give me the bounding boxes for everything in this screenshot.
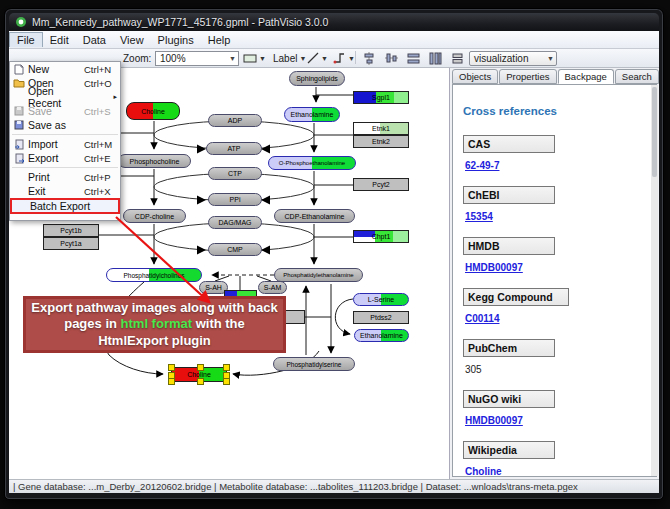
stack-button[interactable] <box>449 51 466 65</box>
node-phosphatidylcholines[interactable]: Phosphatidylcholines <box>106 268 202 282</box>
align-horizontal-center-button[interactable] <box>361 51 378 65</box>
menu-item-print[interactable]: Print Ctrl+P <box>10 170 120 184</box>
node-cdp-choline[interactable]: CDP-choline <box>123 209 186 223</box>
selection-handle[interactable] <box>168 364 175 371</box>
menu-item-batch-export[interactable]: Batch Export <box>10 198 120 214</box>
menu-separator <box>12 167 118 168</box>
node-etnk1[interactable]: Etnk1 <box>353 122 409 135</box>
node-sam[interactable]: S-AM <box>258 281 287 294</box>
node-pcyt2[interactable]: Pcyt2 <box>353 178 409 191</box>
menu-item-save-as[interactable]: Save as <box>10 118 120 132</box>
node-ethanolamine-2[interactable]: Ethanolamine <box>354 329 409 342</box>
distribute-vertical-button[interactable] <box>427 51 444 65</box>
menu-item-shortcut: Ctrl+S <box>84 106 120 117</box>
node-ppi[interactable]: PPi <box>208 193 262 206</box>
toolbar-separator <box>355 51 356 64</box>
node-phosphatidylethanolamine[interactable]: Phosphatidylethanolamine <box>274 268 363 282</box>
node-pcyt1a[interactable]: Pcyt1a <box>43 237 99 250</box>
node-etnk2[interactable]: Etnk2 <box>353 135 409 148</box>
align-vertical-center-button[interactable] <box>383 51 400 65</box>
menu-plugins[interactable]: Plugins <box>151 33 201 47</box>
selection-handle[interactable] <box>223 378 230 385</box>
menu-item-export[interactable]: Export Ctrl+E <box>10 151 120 165</box>
distribute-horizontal-button[interactable] <box>405 51 422 65</box>
node-cmp[interactable]: CMP <box>208 243 262 256</box>
node-ptdss2[interactable]: Ptdss2 <box>353 311 409 324</box>
xref-section-wikipedia: Wikipedia <box>463 441 555 459</box>
stack-icon <box>451 52 464 65</box>
xref-link-wikipedia[interactable]: Choline <box>465 466 502 477</box>
menu-item-shortcut: Ctrl+P <box>84 172 120 183</box>
menu-help[interactable]: Help <box>201 33 238 47</box>
visualization-combobox[interactable]: visualization▼ <box>469 51 557 66</box>
annotation-line2: pages in html format with the <box>64 316 245 332</box>
selection-handle[interactable] <box>197 364 204 371</box>
node-choline-selected[interactable]: Choline <box>171 367 227 382</box>
scrollbar-thumb[interactable] <box>652 87 657 177</box>
xref-link-nugo[interactable]: HMDB00097 <box>465 415 523 426</box>
node-ctp[interactable]: CTP <box>208 167 262 180</box>
datanode-tool-button[interactable]: ▼ <box>241 51 268 65</box>
visualization-value: visualization <box>474 53 528 64</box>
tab-properties[interactable]: Properties <box>499 69 556 84</box>
node-adp[interactable]: ADP <box>208 114 262 127</box>
xref-link-chebi[interactable]: 15354 <box>465 211 493 222</box>
node-phosphocholine[interactable]: Phosphocholine <box>118 154 191 168</box>
pathvisio-app-icon <box>15 16 27 28</box>
menu-item-save[interactable]: Save Ctrl+S <box>10 104 120 118</box>
save-as-disk-icon <box>10 120 28 130</box>
menu-item-label: Save <box>28 105 84 117</box>
tab-objects[interactable]: Objects <box>452 69 498 84</box>
line-tool-button[interactable]: ▼ <box>305 51 330 65</box>
xref-section-kegg: Kegg Compound <box>463 288 569 306</box>
side-panel-tabs: Objects Properties Backpage Search Legen… <box>452 69 659 84</box>
app-window: Mm_Kennedy_pathway_WP1771_45176.gpml - P… <box>4 8 664 500</box>
menu-file[interactable]: File <box>9 32 43 47</box>
node-dag-mag[interactable]: DAG/MAG <box>208 216 262 229</box>
label-tool-button[interactable]: Label ▼ <box>271 51 308 65</box>
node-sphingolipids[interactable]: Sphingolipids <box>289 71 345 86</box>
node-l-serine[interactable]: L-Serine <box>353 293 409 306</box>
menu-item-exit[interactable]: Exit Ctrl+X <box>10 184 120 198</box>
title-bar[interactable]: Mm_Kennedy_pathway_WP1771_45176.gpml - P… <box>9 13 659 31</box>
selection-handle[interactable] <box>223 364 230 371</box>
menu-item-open-recent[interactable]: Open Recent ▸ <box>10 90 120 104</box>
datanode-icon <box>243 54 257 63</box>
chevron-down-icon: ▼ <box>348 55 355 62</box>
menu-item-shortcut: Ctrl+X <box>84 186 120 197</box>
node-o-phosphoethanolamine[interactable]: O-Phosphoethanolamine <box>268 156 356 170</box>
node-pcyt1b[interactable]: Pcyt1b <box>43 224 99 237</box>
menu-view[interactable]: View <box>113 33 151 47</box>
xref-link-cas[interactable]: 62-49-7 <box>465 160 499 171</box>
selection-handle[interactable] <box>168 378 175 385</box>
open-folder-icon <box>10 78 28 88</box>
menu-item-import[interactable]: Import Ctrl+M <box>10 137 120 151</box>
node-cdp-ethanolamine[interactable]: CDP-Ethanolamine <box>274 209 355 223</box>
distribute-horizontal-icon <box>407 52 420 65</box>
selection-handle[interactable] <box>197 378 204 385</box>
xref-link-hmdb[interactable]: HMDB00097 <box>465 262 523 273</box>
new-document-icon <box>10 64 28 75</box>
line-icon <box>307 52 319 64</box>
menu-item-label: Print <box>28 171 84 183</box>
import-icon <box>10 139 28 150</box>
tab-backpage[interactable]: Backpage <box>558 69 614 84</box>
menu-separator <box>12 134 118 135</box>
annotation-line2-before: pages in <box>64 316 120 331</box>
menu-edit[interactable]: Edit <box>43 33 76 47</box>
connector-tool-button[interactable]: ▼ <box>331 51 357 65</box>
node-choline[interactable]: Choline <box>126 102 180 120</box>
align-center-icon <box>363 52 376 65</box>
tab-search[interactable]: Search <box>615 69 659 84</box>
node-phosphatidylserine[interactable]: Phosphatidylserine <box>273 357 355 371</box>
node-sgpl1[interactable]: Sgpl1 <box>353 91 409 104</box>
xref-link-kegg[interactable]: C00114 <box>465 313 499 324</box>
node-ethanolamine[interactable]: Ethanolamine <box>284 107 340 122</box>
menu-data[interactable]: Data <box>76 33 113 47</box>
zoom-combobox[interactable]: 100%▼ <box>155 51 239 66</box>
panel-scrollbar[interactable] <box>651 85 658 476</box>
status-text: | Gene database: ...m_Derby_20120602.bri… <box>13 481 578 492</box>
node-chpt1[interactable]: Chpt1 <box>353 230 409 243</box>
menu-item-new[interactable]: New Ctrl+N <box>10 62 120 76</box>
node-atp[interactable]: ATP <box>206 142 262 155</box>
